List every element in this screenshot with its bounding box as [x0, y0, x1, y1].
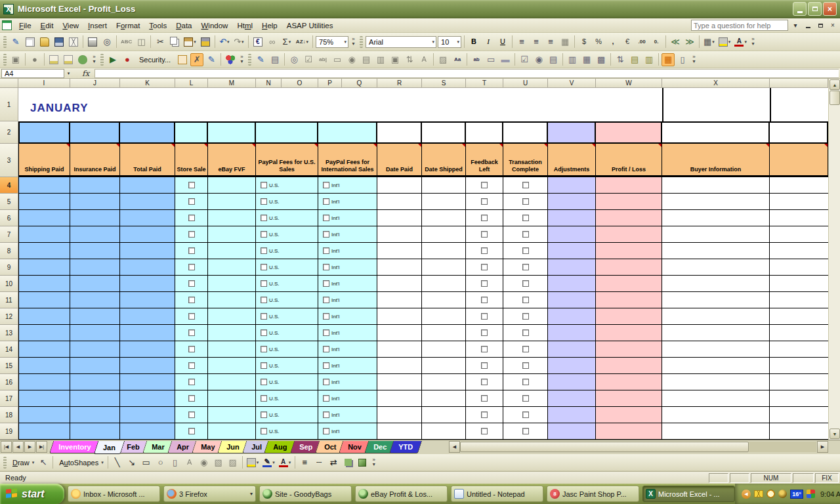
- image-control-icon[interactable]: ▨: [436, 53, 450, 66]
- tools-icon[interactable]: ✗: [190, 53, 203, 66]
- format-painter-icon[interactable]: [199, 35, 212, 49]
- row-header-7[interactable]: 7: [0, 226, 18, 243]
- cell-t-11[interactable]: [466, 292, 503, 308]
- cell-r-18[interactable]: [377, 407, 422, 423]
- menu-item-file[interactable]: File: [14, 20, 36, 32]
- menu-item-tools[interactable]: Tools: [144, 20, 171, 32]
- cell-no-11[interactable]: U.S.: [256, 292, 318, 308]
- cell-r-19[interactable]: [377, 423, 422, 440]
- increase-indent-icon[interactable]: ≫: [683, 35, 696, 49]
- cell-x-5[interactable]: [662, 194, 770, 210]
- cell-t-12[interactable]: [466, 308, 503, 325]
- cell-l-14[interactable]: [175, 341, 208, 358]
- cell-i-19[interactable]: [18, 423, 70, 440]
- sort-ascending-icon[interactable]: AZ↓▾: [295, 35, 310, 49]
- cell-x-7[interactable]: [662, 226, 770, 243]
- cell-m-8[interactable]: [208, 243, 256, 259]
- button-face-icon[interactable]: ▬: [499, 53, 512, 66]
- cell-w-13[interactable]: [596, 325, 662, 341]
- open-folder-icon[interactable]: [38, 35, 51, 49]
- oval-icon[interactable]: ○: [154, 456, 167, 469]
- cell-l-5[interactable]: [175, 194, 208, 210]
- custom-views-icon[interactable]: [176, 53, 189, 66]
- cell-no-18[interactable]: U.S.: [256, 407, 318, 423]
- taskbar-button-ebay-profit-los[interactable]: eBay Profit & Los...: [355, 486, 448, 502]
- checkbox-icon[interactable]: [481, 297, 488, 303]
- row-header-3[interactable]: 3: [0, 144, 18, 177]
- column-header-J[interactable]: J: [70, 79, 120, 88]
- cell-pq-11[interactable]: Int'l: [318, 292, 377, 308]
- autosum-icon[interactable]: Σ▾: [280, 35, 293, 49]
- cell-r-17[interactable]: [377, 390, 422, 407]
- toggle-button-icon[interactable]: ▣: [388, 53, 402, 66]
- column-header-N[interactable]: N: [256, 79, 282, 88]
- help-dropdown-icon[interactable]: ▾: [790, 20, 801, 30]
- checkbox-icon[interactable]: [481, 280, 488, 287]
- checkbox-icon[interactable]: [481, 313, 488, 320]
- hide-icons-chevron-icon[interactable]: ◀: [742, 490, 751, 499]
- column-header-K[interactable]: K: [120, 79, 175, 88]
- menu-item-edit[interactable]: Edit: [36, 20, 58, 32]
- messenger-tray-icon[interactable]: [807, 490, 815, 498]
- clip-art-icon[interactable]: ▧: [212, 456, 225, 469]
- redo-icon[interactable]: ↷▾: [232, 35, 245, 49]
- new-document-icon[interactable]: [24, 35, 37, 49]
- font-size-select[interactable]: 10▾: [438, 36, 461, 48]
- checkbox-icon[interactable]: [323, 297, 329, 303]
- cell-l-11[interactable]: [175, 292, 208, 308]
- cell-k-13[interactable]: [120, 325, 175, 341]
- name-box-dropdown-icon[interactable]: ▾: [64, 69, 73, 78]
- cell-s-5[interactable]: [422, 194, 466, 210]
- menu-item-format[interactable]: Format: [112, 20, 144, 32]
- cell-pq-5[interactable]: Int'l: [318, 194, 377, 210]
- horizontal-scroll-thumb[interactable]: [460, 442, 749, 452]
- checkbox-icon[interactable]: [261, 346, 267, 352]
- save-icon[interactable]: [52, 35, 66, 49]
- cell-m-18[interactable]: [208, 407, 256, 423]
- checkbox-icon[interactable]: [188, 329, 195, 336]
- grid-highlight-icon[interactable]: ▦: [662, 53, 675, 66]
- column-title-paypal-fees-for-u-s-sales[interactable]: PayPal Fees for U.S. Sales: [256, 144, 318, 177]
- cell-j-10[interactable]: [70, 276, 120, 292]
- cell-w-19[interactable]: [596, 423, 662, 440]
- cell-s-13[interactable]: [422, 325, 466, 341]
- cell-l-16[interactable]: [175, 374, 208, 390]
- cell-v-8[interactable]: [548, 243, 596, 259]
- cell-m-6[interactable]: [208, 210, 256, 226]
- cell-v-4[interactable]: [548, 177, 596, 194]
- row-header-11[interactable]: 11: [0, 292, 18, 308]
- cell-x-17[interactable]: [662, 390, 770, 407]
- cell-r-12[interactable]: [377, 308, 422, 325]
- menu-item-asap-utilities[interactable]: ASAP Utilities: [282, 20, 338, 32]
- undo-icon[interactable]: ↶▾: [218, 35, 231, 49]
- column-title-adjustments[interactable]: Adjustments: [548, 144, 596, 177]
- spin-button-icon[interactable]: ⇅: [403, 53, 416, 66]
- checkbox-icon[interactable]: [481, 329, 488, 336]
- cell-pq-8[interactable]: Int'l: [318, 243, 377, 259]
- cell-r-9[interactable]: [377, 259, 422, 276]
- currency-style-icon[interactable]: $: [578, 35, 591, 49]
- dashed-box-icon[interactable]: ▭: [484, 53, 497, 66]
- checkbox-icon[interactable]: [522, 379, 529, 385]
- view-code-icon[interactable]: ◎: [287, 53, 301, 66]
- cell-k-19[interactable]: [120, 423, 175, 440]
- cell-l-13[interactable]: [175, 325, 208, 341]
- band-cell-s[interactable]: [422, 121, 466, 144]
- previous-sheet-button[interactable]: ◀: [12, 441, 24, 453]
- toolbar-drag-handle[interactable]: [248, 54, 251, 66]
- checkbox-icon[interactable]: [522, 313, 529, 320]
- menu-item-help[interactable]: Help: [257, 20, 282, 32]
- permissions-icon[interactable]: ●: [28, 53, 41, 66]
- list-pair2-icon[interactable]: ▥: [566, 53, 579, 66]
- research-icon[interactable]: ◫: [135, 35, 148, 49]
- taskbar-button-untitled-notepad[interactable]: Untitled - Notepad: [451, 486, 543, 502]
- cell-w-8[interactable]: [596, 243, 662, 259]
- lock-icon[interactable]: ▣: [9, 53, 22, 66]
- cell-r-8[interactable]: [377, 243, 422, 259]
- cell-j-17[interactable]: [70, 390, 120, 407]
- taskbar-button-3-firefox[interactable]: 3 Firefox▾: [163, 486, 256, 502]
- cell-t-18[interactable]: [466, 407, 503, 423]
- restore-button[interactable]: [808, 2, 822, 16]
- align-left-icon[interactable]: ≡: [515, 35, 528, 49]
- checkbox-icon[interactable]: [481, 247, 488, 254]
